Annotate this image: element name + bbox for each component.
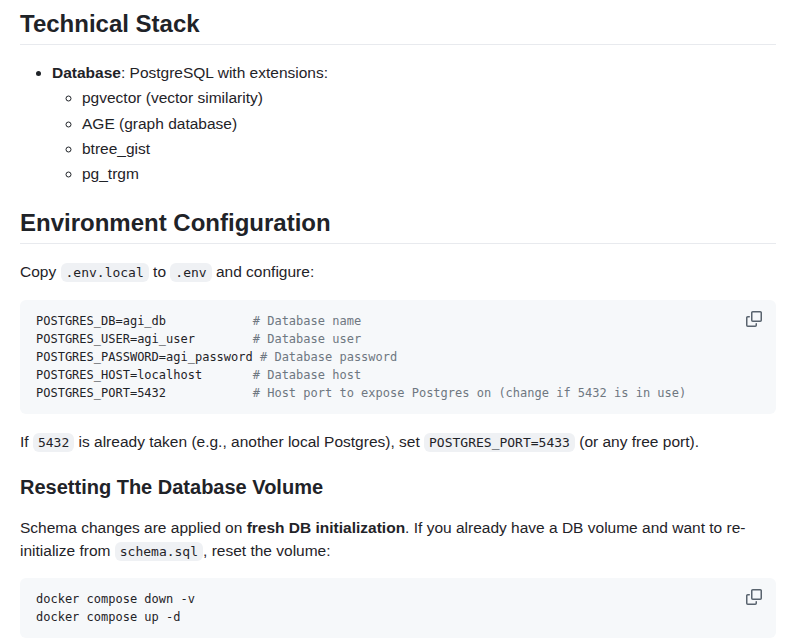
inline-code-env: .env — [170, 263, 211, 282]
list-item-btree-gist: btree_gist — [82, 137, 776, 160]
code-line: POSTGRES_PASSWORD=agi_password # Databas… — [36, 348, 760, 366]
fresh-db-bold: fresh DB initialization — [247, 519, 405, 536]
database-description: : PostgreSQL with extensions: — [121, 64, 328, 81]
inline-code-5432: 5432 — [33, 433, 74, 452]
copy-button[interactable] — [740, 305, 768, 333]
extensions-sublist: pgvector (vector similarity) AGE (graph … — [52, 86, 776, 185]
copy-icon — [746, 311, 762, 327]
code-line: POSTGRES_PORT=5432 # Host port to expose… — [36, 384, 760, 402]
text-segment: is already taken (e.g., another local Po… — [74, 433, 424, 450]
heading-environment-configuration: Environment Configuration — [20, 209, 776, 244]
text-segment: Schema changes are applied on — [20, 519, 247, 536]
code-line: POSTGRES_USER=agi_user # Database user — [36, 330, 760, 348]
markdown-body: Technical Stack Database: PostgreSQL wit… — [0, 0, 800, 641]
port-taken-paragraph: If 5432 is already taken (e.g., another … — [20, 430, 776, 453]
copy-icon — [746, 589, 762, 605]
inline-code-postgres-port: POSTGRES_PORT=5433 — [424, 433, 575, 452]
database-label: Database — [52, 64, 121, 81]
heading-resetting-volume: Resetting The Database Volume — [20, 475, 776, 500]
list-item-pgvector: pgvector (vector similarity) — [82, 86, 776, 109]
text-segment: If — [20, 433, 33, 450]
list-item-age: AGE (graph database) — [82, 112, 776, 135]
code-line: POSTGRES_HOST=localhost # Database host — [36, 366, 760, 384]
text-segment: Copy — [20, 263, 61, 280]
code-line: POSTGRES_DB=agi_db # Database name — [36, 312, 760, 330]
text-segment: (or any free port). — [575, 433, 699, 450]
tech-stack-list: Database: PostgreSQL with extensions: pg… — [20, 61, 776, 185]
text-segment: to — [149, 263, 171, 280]
code-line: docker compose down -v — [36, 590, 760, 608]
code-block-docker: docker compose down -vdocker compose up … — [20, 578, 776, 638]
inline-code-env-local: .env.local — [61, 263, 149, 282]
text-segment: , reset the volume: — [203, 542, 331, 559]
list-item-pg-trgm: pg_trgm — [82, 162, 776, 185]
code-line: docker compose up -d — [36, 608, 760, 626]
heading-technical-stack: Technical Stack — [20, 10, 776, 45]
code-block-env-config: POSTGRES_DB=agi_db # Database namePOSTGR… — [20, 300, 776, 414]
list-item-database: Database: PostgreSQL with extensions: pg… — [52, 61, 776, 185]
text-segment: and configure: — [212, 263, 315, 280]
schema-paragraph: Schema changes are applied on fresh DB i… — [20, 516, 776, 563]
copy-button[interactable] — [740, 583, 768, 611]
copy-env-paragraph: Copy .env.local to .env and configure: — [20, 260, 776, 283]
inline-code-schema-sql: schema.sql — [115, 542, 203, 561]
